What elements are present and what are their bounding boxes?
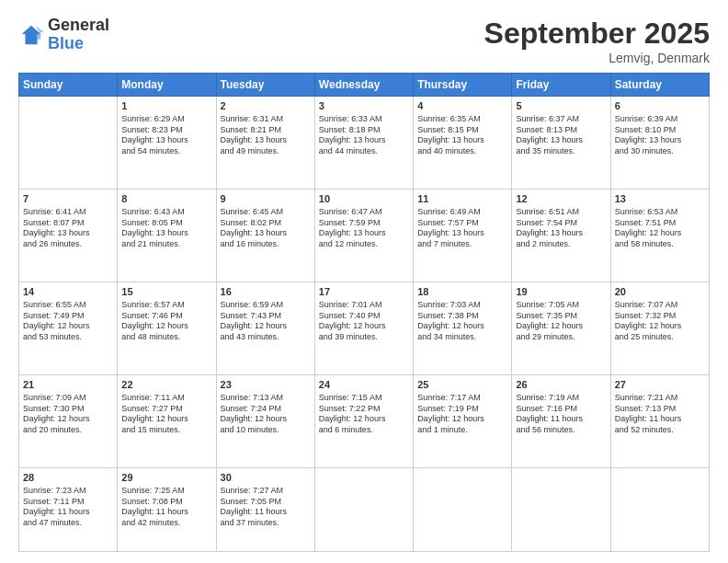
table-cell	[512, 468, 610, 552]
cell-info: Sunset: 7:38 PM	[417, 311, 507, 322]
cell-info: Daylight: 12 hours	[516, 321, 606, 332]
cell-info: Sunrise: 6:39 AM	[615, 114, 705, 125]
day-number: 29	[121, 471, 211, 485]
cell-info: Daylight: 11 hours	[615, 414, 705, 425]
cell-info: and 48 minutes.	[121, 332, 211, 343]
cell-info: Sunset: 7:43 PM	[221, 311, 311, 322]
cell-info: Sunset: 8:23 PM	[121, 125, 211, 136]
cell-info: Daylight: 12 hours	[615, 228, 705, 239]
cell-info: Sunrise: 7:13 AM	[221, 393, 311, 404]
table-cell: 7Sunrise: 6:41 AMSunset: 8:07 PMDaylight…	[19, 190, 118, 282]
col-thursday: Thursday	[414, 74, 512, 97]
day-number: 5	[516, 99, 606, 113]
day-number: 28	[23, 471, 113, 485]
table-cell: 16Sunrise: 6:59 AMSunset: 7:43 PMDayligh…	[216, 282, 314, 375]
table-cell: 20Sunrise: 7:07 AMSunset: 7:32 PMDayligh…	[610, 282, 709, 375]
col-friday: Friday	[512, 74, 610, 97]
cell-info: Sunset: 7:30 PM	[23, 404, 113, 415]
page-header: General Blue September 2025 Lemvig, Denm…	[18, 17, 710, 65]
cell-info: and 25 minutes.	[615, 332, 705, 343]
cell-info: Daylight: 12 hours	[23, 414, 113, 425]
cell-info: Sunset: 8:13 PM	[516, 125, 606, 136]
cell-info: Daylight: 12 hours	[121, 321, 211, 332]
col-wednesday: Wednesday	[314, 74, 413, 97]
table-cell: 17Sunrise: 7:01 AMSunset: 7:40 PMDayligh…	[314, 282, 413, 375]
table-cell: 6Sunrise: 6:39 AMSunset: 8:10 PMDaylight…	[610, 97, 709, 190]
cell-info: Sunset: 7:11 PM	[23, 497, 113, 508]
cell-info: and 10 minutes.	[221, 425, 311, 436]
cell-info: Sunset: 7:13 PM	[615, 404, 705, 415]
day-number: 6	[615, 99, 705, 113]
cell-info: Daylight: 12 hours	[221, 414, 311, 425]
cell-info: Sunrise: 6:41 AM	[23, 207, 113, 218]
cell-info: Daylight: 13 hours	[516, 135, 606, 146]
cell-info: Sunrise: 6:51 AM	[516, 207, 606, 218]
table-cell: 29Sunrise: 7:25 AMSunset: 7:08 PMDayligh…	[118, 468, 216, 552]
cell-info: Daylight: 12 hours	[23, 321, 113, 332]
cell-info: Sunset: 7:27 PM	[121, 404, 211, 415]
cell-info: Daylight: 11 hours	[121, 507, 211, 518]
cell-info: and 20 minutes.	[23, 425, 113, 436]
table-cell: 19Sunrise: 7:05 AMSunset: 7:35 PMDayligh…	[512, 282, 610, 375]
cell-info: Sunrise: 6:57 AM	[121, 300, 211, 311]
table-cell: 24Sunrise: 7:15 AMSunset: 7:22 PMDayligh…	[314, 375, 413, 468]
cell-info: Sunrise: 6:35 AM	[417, 114, 507, 125]
cell-info: Sunset: 7:32 PM	[615, 311, 705, 322]
day-number: 13	[615, 192, 705, 206]
cell-info: Daylight: 12 hours	[221, 321, 311, 332]
cell-info: Sunrise: 7:11 AM	[121, 393, 211, 404]
day-number: 11	[417, 192, 507, 206]
cell-info: Sunset: 8:02 PM	[221, 218, 311, 229]
cell-info: Daylight: 11 hours	[516, 414, 606, 425]
cell-info: Sunset: 8:10 PM	[615, 125, 705, 136]
cell-info: Daylight: 13 hours	[319, 228, 409, 239]
table-cell: 21Sunrise: 7:09 AMSunset: 7:30 PMDayligh…	[19, 375, 118, 468]
day-number: 17	[319, 285, 409, 299]
cell-info: Daylight: 12 hours	[417, 414, 507, 425]
cell-info: Sunset: 8:05 PM	[121, 218, 211, 229]
cell-info: and 58 minutes.	[615, 239, 705, 250]
table-cell: 9Sunrise: 6:45 AMSunset: 8:02 PMDaylight…	[216, 190, 314, 282]
cell-info: and 52 minutes.	[615, 425, 705, 436]
table-cell: 12Sunrise: 6:51 AMSunset: 7:54 PMDayligh…	[512, 190, 610, 282]
cell-info: Daylight: 13 hours	[417, 228, 507, 239]
cell-info: and 42 minutes.	[121, 518, 211, 529]
cell-info: Sunrise: 7:19 AM	[516, 393, 606, 404]
table-cell: 26Sunrise: 7:19 AMSunset: 7:16 PMDayligh…	[512, 375, 610, 468]
logo-general-text: General	[48, 17, 109, 35]
cell-info: Sunrise: 6:53 AM	[615, 207, 705, 218]
cell-info: and 37 minutes.	[221, 518, 311, 529]
cell-info: Sunrise: 7:03 AM	[417, 300, 507, 311]
cell-info: Sunset: 8:18 PM	[319, 125, 409, 136]
calendar-header-row: Sunday Monday Tuesday Wednesday Thursday…	[19, 74, 710, 97]
cell-info: Daylight: 11 hours	[23, 507, 113, 518]
cell-info: Daylight: 13 hours	[23, 228, 113, 239]
day-number: 15	[121, 285, 211, 299]
cell-info: and 21 minutes.	[121, 239, 211, 250]
table-cell: 2Sunrise: 6:31 AMSunset: 8:21 PMDaylight…	[216, 97, 314, 190]
col-sunday: Sunday	[19, 74, 118, 97]
day-number: 2	[221, 99, 311, 113]
month-title: September 2025	[484, 17, 710, 51]
calendar-table: Sunday Monday Tuesday Wednesday Thursday…	[18, 73, 710, 552]
cell-info: and 44 minutes.	[319, 146, 409, 157]
cell-info: Sunset: 8:07 PM	[23, 218, 113, 229]
cell-info: Daylight: 13 hours	[121, 135, 211, 146]
cell-info: and 7 minutes.	[417, 239, 507, 250]
cell-info: and 12 minutes.	[319, 239, 409, 250]
cell-info: Sunset: 7:40 PM	[319, 311, 409, 322]
cell-info: Sunset: 7:08 PM	[121, 497, 211, 508]
cell-info: Sunset: 7:05 PM	[221, 497, 311, 508]
table-cell: 5Sunrise: 6:37 AMSunset: 8:13 PMDaylight…	[512, 97, 610, 190]
cell-info: Daylight: 13 hours	[516, 228, 606, 239]
cell-info: Sunrise: 7:23 AM	[23, 486, 113, 497]
cell-info: Sunset: 7:19 PM	[417, 404, 507, 415]
cell-info: Daylight: 13 hours	[121, 228, 211, 239]
cell-info: and 29 minutes.	[516, 332, 606, 343]
cell-info: and 35 minutes.	[516, 146, 606, 157]
day-number: 25	[417, 378, 507, 392]
cell-info: Daylight: 13 hours	[221, 135, 311, 146]
day-number: 26	[516, 378, 606, 392]
cell-info: and 26 minutes.	[23, 239, 113, 250]
col-tuesday: Tuesday	[216, 74, 314, 97]
